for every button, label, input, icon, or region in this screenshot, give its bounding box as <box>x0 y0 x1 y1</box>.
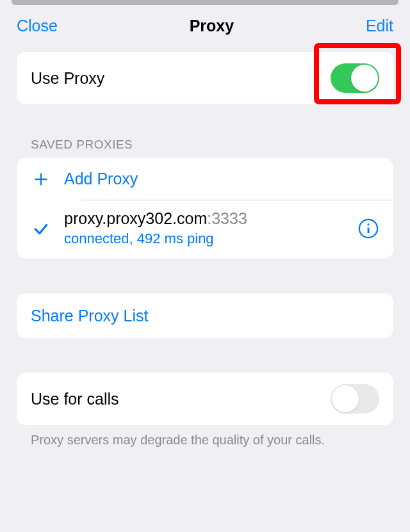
share-card: Share Proxy List <box>17 293 393 338</box>
header-bar: Close Proxy Edit <box>0 5 410 52</box>
add-proxy-row[interactable]: Add Proxy <box>17 158 393 200</box>
svg-point-4 <box>367 223 369 225</box>
edit-button[interactable]: Edit <box>366 17 393 35</box>
toggle-knob <box>351 65 378 92</box>
close-button[interactable]: Close <box>17 17 58 35</box>
check-icon <box>31 220 51 237</box>
proxy-info: proxy.proxy302.com:3333 connected, 492 m… <box>64 209 357 247</box>
use-for-calls-label: Use for calls <box>31 390 331 408</box>
info-icon[interactable] <box>357 218 379 239</box>
use-proxy-card: Use Proxy <box>17 52 393 104</box>
saved-proxies-card: Add Proxy proxy.proxy302.com:3333 connec… <box>17 158 393 259</box>
proxy-item-row[interactable]: proxy.proxy302.com:3333 connected, 492 m… <box>17 200 393 259</box>
toggle-knob <box>332 385 359 412</box>
use-for-calls-toggle[interactable] <box>331 384 379 414</box>
proxy-port: :3333 <box>207 209 247 227</box>
add-proxy-label: Add Proxy <box>64 170 138 188</box>
calls-footer-text: Proxy servers may degrade the quality of… <box>17 425 393 447</box>
use-proxy-row: Use Proxy <box>17 52 393 104</box>
use-proxy-label: Use Proxy <box>31 69 331 88</box>
use-proxy-toggle[interactable] <box>331 63 379 93</box>
use-for-calls-row: Use for calls <box>17 373 393 425</box>
page-title: Proxy <box>190 17 234 35</box>
proxy-status: connected, 492 ms ping <box>64 230 357 247</box>
plus-icon <box>31 170 51 188</box>
share-proxy-label: Share Proxy List <box>31 307 148 325</box>
sheet-handle-shadow <box>12 0 398 5</box>
saved-proxies-header: SAVED PROXIES <box>17 138 393 158</box>
proxy-host: proxy.proxy302.com <box>64 209 207 227</box>
share-proxy-row[interactable]: Share Proxy List <box>17 293 393 338</box>
use-for-calls-card: Use for calls <box>17 373 393 425</box>
